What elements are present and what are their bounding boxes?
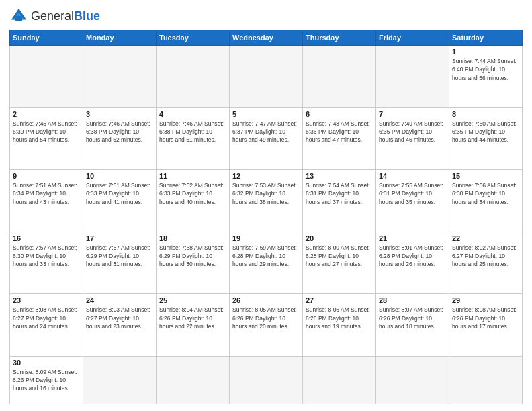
calendar-cell: [83, 356, 157, 404]
day-number: 6: [306, 110, 373, 118]
day-info: Sunrise: 7:57 AM Sunset: 6:30 PM Dayligh…: [13, 244, 80, 269]
day-number: 15: [452, 172, 519, 180]
day-info: Sunrise: 7:46 AM Sunset: 6:38 PM Dayligh…: [86, 120, 153, 144]
day-info: Sunrise: 7:51 AM Sunset: 6:33 PM Dayligh…: [86, 181, 153, 206]
day-number: 24: [86, 296, 153, 304]
calendar-cell: 20Sunrise: 8:00 AM Sunset: 6:28 PM Dayli…: [303, 232, 376, 294]
calendar-week-row: 1Sunrise: 7:44 AM Sunset: 6:40 PM Daylig…: [10, 46, 523, 108]
day-info: Sunrise: 7:52 AM Sunset: 6:33 PM Dayligh…: [159, 181, 226, 206]
logo-icon: [9, 7, 28, 26]
calendar-cell: 29Sunrise: 8:08 AM Sunset: 6:26 PM Dayli…: [449, 294, 523, 357]
day-number: 17: [86, 234, 153, 242]
calendar-week-row: 23Sunrise: 8:03 AM Sunset: 6:27 PM Dayli…: [10, 294, 523, 357]
calendar-cell: 23Sunrise: 8:03 AM Sunset: 6:27 PM Dayli…: [10, 294, 83, 357]
day-info: Sunrise: 7:44 AM Sunset: 6:40 PM Dayligh…: [452, 57, 519, 82]
calendar-cell: 26Sunrise: 8:05 AM Sunset: 6:26 PM Dayli…: [230, 294, 303, 357]
calendar-week-row: 30Sunrise: 8:09 AM Sunset: 6:26 PM Dayli…: [10, 356, 523, 404]
calendar-cell: 16Sunrise: 7:57 AM Sunset: 6:30 PM Dayli…: [10, 232, 83, 294]
calendar-cell: [376, 356, 449, 404]
day-info: Sunrise: 8:02 AM Sunset: 6:27 PM Dayligh…: [452, 244, 519, 269]
day-number: 12: [232, 172, 300, 180]
day-info: Sunrise: 8:08 AM Sunset: 6:26 PM Dayligh…: [452, 306, 519, 330]
calendar-cell: 4Sunrise: 7:46 AM Sunset: 6:38 PM Daylig…: [157, 107, 230, 170]
logo: GeneralBlue: [9, 7, 100, 26]
calendar-cell: 28Sunrise: 8:07 AM Sunset: 6:26 PM Dayli…: [376, 294, 449, 357]
weekday-header-monday: Monday: [83, 30, 157, 46]
calendar-cell: [10, 46, 83, 108]
day-number: 20: [306, 234, 373, 242]
calendar-cell: 24Sunrise: 8:03 AM Sunset: 6:27 PM Dayli…: [83, 294, 157, 357]
day-info: Sunrise: 7:56 AM Sunset: 6:30 PM Dayligh…: [452, 181, 519, 206]
svg-rect-2: [15, 16, 22, 21]
weekday-header-sunday: Sunday: [10, 30, 83, 46]
day-info: Sunrise: 8:03 AM Sunset: 6:27 PM Dayligh…: [86, 306, 153, 330]
calendar-cell: [376, 46, 449, 108]
day-number: 1: [452, 48, 519, 56]
calendar-cell: 14Sunrise: 7:55 AM Sunset: 6:31 PM Dayli…: [376, 170, 449, 232]
day-number: 3: [86, 110, 153, 118]
calendar-cell: 15Sunrise: 7:56 AM Sunset: 6:30 PM Dayli…: [449, 170, 523, 232]
day-number: 14: [379, 172, 446, 180]
day-info: Sunrise: 7:58 AM Sunset: 6:29 PM Dayligh…: [159, 244, 226, 269]
day-number: 22: [452, 234, 519, 242]
calendar-week-row: 16Sunrise: 7:57 AM Sunset: 6:30 PM Dayli…: [10, 232, 523, 294]
day-number: 8: [452, 110, 519, 118]
calendar-cell: [157, 46, 230, 108]
day-info: Sunrise: 8:06 AM Sunset: 6:26 PM Dayligh…: [306, 306, 373, 330]
weekday-header-wednesday: Wednesday: [230, 30, 303, 46]
day-number: 2: [13, 110, 80, 118]
day-info: Sunrise: 7:45 AM Sunset: 6:39 PM Dayligh…: [13, 120, 80, 144]
day-number: 26: [232, 296, 300, 304]
calendar-cell: [230, 356, 303, 404]
day-number: 27: [306, 296, 373, 304]
day-number: 13: [306, 172, 373, 180]
calendar-week-row: 9Sunrise: 7:51 AM Sunset: 6:34 PM Daylig…: [10, 170, 523, 232]
weekday-header-friday: Friday: [376, 30, 449, 46]
day-info: Sunrise: 7:49 AM Sunset: 6:35 PM Dayligh…: [379, 120, 446, 144]
day-number: 30: [13, 359, 80, 367]
calendar-cell: 27Sunrise: 8:06 AM Sunset: 6:26 PM Dayli…: [303, 294, 376, 357]
calendar-cell: 25Sunrise: 8:04 AM Sunset: 6:26 PM Dayli…: [157, 294, 230, 357]
day-number: 5: [232, 110, 300, 118]
day-info: Sunrise: 7:47 AM Sunset: 6:37 PM Dayligh…: [232, 120, 300, 144]
page: GeneralBlue SundayMondayTuesdayWednesday…: [0, 0, 532, 411]
calendar-cell: 2Sunrise: 7:45 AM Sunset: 6:39 PM Daylig…: [10, 107, 83, 170]
weekday-header-saturday: Saturday: [449, 30, 523, 46]
logo-text: GeneralBlue: [31, 10, 100, 22]
day-number: 29: [452, 296, 519, 304]
day-number: 4: [159, 110, 226, 118]
weekday-header-row: SundayMondayTuesdayWednesdayThursdayFrid…: [10, 30, 523, 46]
day-info: Sunrise: 8:03 AM Sunset: 6:27 PM Dayligh…: [13, 306, 80, 330]
day-number: 19: [232, 234, 300, 242]
day-info: Sunrise: 7:50 AM Sunset: 6:35 PM Dayligh…: [452, 120, 519, 144]
calendar-cell: 22Sunrise: 8:02 AM Sunset: 6:27 PM Dayli…: [449, 232, 523, 294]
day-info: Sunrise: 7:46 AM Sunset: 6:38 PM Dayligh…: [159, 120, 226, 144]
day-info: Sunrise: 7:59 AM Sunset: 6:28 PM Dayligh…: [232, 244, 300, 269]
calendar-cell: [230, 46, 303, 108]
weekday-header-tuesday: Tuesday: [157, 30, 230, 46]
weekday-header-thursday: Thursday: [303, 30, 376, 46]
calendar-cell: 5Sunrise: 7:47 AM Sunset: 6:37 PM Daylig…: [230, 107, 303, 170]
day-number: 16: [13, 234, 80, 242]
calendar-table: SundayMondayTuesdayWednesdayThursdayFrid…: [9, 30, 523, 404]
day-info: Sunrise: 7:54 AM Sunset: 6:31 PM Dayligh…: [306, 181, 373, 206]
calendar-cell: 9Sunrise: 7:51 AM Sunset: 6:34 PM Daylig…: [10, 170, 83, 232]
calendar-cell: [449, 356, 523, 404]
day-info: Sunrise: 7:55 AM Sunset: 6:31 PM Dayligh…: [379, 181, 446, 206]
day-info: Sunrise: 8:04 AM Sunset: 6:26 PM Dayligh…: [159, 306, 226, 330]
calendar-cell: 12Sunrise: 7:53 AM Sunset: 6:32 PM Dayli…: [230, 170, 303, 232]
day-info: Sunrise: 7:51 AM Sunset: 6:34 PM Dayligh…: [13, 181, 80, 206]
calendar-cell: [303, 356, 376, 404]
calendar-cell: 8Sunrise: 7:50 AM Sunset: 6:35 PM Daylig…: [449, 107, 523, 170]
calendar-cell: 11Sunrise: 7:52 AM Sunset: 6:33 PM Dayli…: [157, 170, 230, 232]
calendar-week-row: 2Sunrise: 7:45 AM Sunset: 6:39 PM Daylig…: [10, 107, 523, 170]
day-info: Sunrise: 8:09 AM Sunset: 6:26 PM Dayligh…: [13, 368, 80, 393]
day-info: Sunrise: 8:01 AM Sunset: 6:28 PM Dayligh…: [379, 244, 446, 269]
calendar-cell: 18Sunrise: 7:58 AM Sunset: 6:29 PM Dayli…: [157, 232, 230, 294]
calendar-cell: [157, 356, 230, 404]
calendar-cell: 10Sunrise: 7:51 AM Sunset: 6:33 PM Dayli…: [83, 170, 157, 232]
calendar-cell: 30Sunrise: 8:09 AM Sunset: 6:26 PM Dayli…: [10, 356, 83, 404]
header: GeneralBlue: [9, 7, 523, 26]
day-number: 9: [13, 172, 80, 180]
day-info: Sunrise: 8:05 AM Sunset: 6:26 PM Dayligh…: [232, 306, 300, 330]
